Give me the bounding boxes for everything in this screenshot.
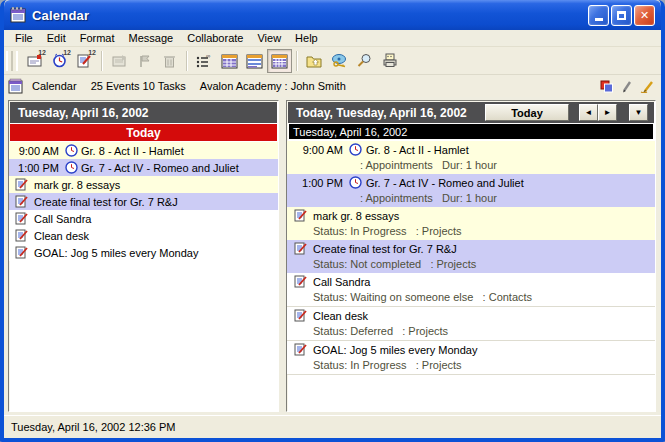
- event-detail: : Appointments Dur: 1 hour: [287, 191, 655, 207]
- event-row[interactable]: 1:00 PM Gr. 7 - Act IV - Romeo and Julie…: [287, 174, 655, 207]
- menu-view[interactable]: View: [250, 31, 288, 45]
- new-alarm-button[interactable]: 12: [47, 49, 72, 73]
- access-key-button[interactable]: [327, 49, 352, 73]
- event-title: Gr. 8 - Act II - Hamlet: [366, 144, 469, 156]
- date-bar: Tuesday, April 16, 2002: [289, 124, 653, 139]
- calendar-window: Calendar ✕ File Edit Format Message Coll…: [0, 0, 665, 442]
- day-summary-panel: Tuesday, April 16, 2002 Today 9:00 AM Gr…: [8, 100, 279, 412]
- task-icon: [294, 343, 307, 356]
- right-panel-header: Today, Tuesday, April 16, 2002 Today ◄ ►…: [288, 102, 654, 123]
- forward-icon: [112, 54, 128, 68]
- menu-collaborate[interactable]: Collaborate: [180, 31, 250, 45]
- day-detail-panel: Today, Tuesday, April 16, 2002 Today ◄ ►…: [286, 100, 656, 412]
- maximize-button[interactable]: [611, 5, 632, 26]
- new-event-icon: [27, 54, 43, 68]
- print-button[interactable]: [377, 49, 402, 73]
- task-row[interactable]: GOAL: Jog 5 miles every Monday: [9, 244, 278, 261]
- date-dropdown-button[interactable]: ▼: [629, 104, 648, 121]
- menu-help[interactable]: Help: [288, 31, 325, 45]
- folder-up-button[interactable]: [302, 49, 327, 73]
- task-icon: [15, 195, 28, 208]
- toolbar-separator: [101, 51, 103, 71]
- task-row[interactable]: mark gr. 8 essays Status: In Progress : …: [287, 207, 655, 240]
- task-icon: [15, 178, 28, 191]
- event-title: Gr. 7 - Act IV - Romeo and Juliet: [366, 177, 524, 189]
- task-title: mark gr. 8 essays: [313, 210, 399, 222]
- info-bar: Calendar 25 Events 10 Tasks Avalon Acade…: [4, 75, 661, 97]
- menu-file[interactable]: File: [8, 31, 40, 45]
- task-title: Clean desk: [313, 310, 368, 322]
- previous-day-button[interactable]: ◄: [579, 104, 598, 121]
- task-status: Status: Waiting on someone else : Contac…: [287, 290, 655, 306]
- task-row[interactable]: Call Sandra: [9, 210, 278, 227]
- task-row[interactable]: GOAL: Jog 5 miles every Monday Status: I…: [287, 341, 655, 375]
- task-title: Create final test for Gr. 7 R&J: [34, 196, 178, 208]
- forward-button[interactable]: [107, 49, 132, 73]
- close-button[interactable]: ✕: [634, 5, 655, 26]
- menu-edit[interactable]: Edit: [40, 31, 73, 45]
- next-day-button[interactable]: ►: [598, 104, 617, 121]
- task-title: Call Sandra: [313, 276, 370, 288]
- task-row[interactable]: mark gr. 8 essays: [9, 176, 278, 193]
- delete-button[interactable]: [157, 49, 182, 73]
- left-panel-header: Tuesday, April 16, 2002: [10, 102, 277, 123]
- new-badge: 12: [63, 49, 71, 56]
- window-title: Calendar: [32, 8, 586, 23]
- month-view-icon: [271, 53, 288, 69]
- task-icon: [15, 229, 28, 242]
- event-title: Gr. 8 - Act II - Hamlet: [81, 145, 184, 157]
- search-button[interactable]: [352, 49, 377, 73]
- folder-up-icon: [306, 54, 323, 68]
- proxy-squares-icon[interactable]: [600, 80, 614, 93]
- month-view-button[interactable]: [267, 49, 292, 73]
- task-title: GOAL: Jog 5 miles every Monday: [313, 344, 477, 356]
- menu-message[interactable]: Message: [122, 31, 181, 45]
- trash-icon: [163, 54, 176, 68]
- new-task-button[interactable]: 12: [72, 49, 97, 73]
- calendar-app-icon: [10, 7, 27, 23]
- clock-icon: [65, 161, 78, 174]
- flag-button[interactable]: [132, 49, 157, 73]
- task-status: Status: Not completed : Projects: [287, 257, 655, 273]
- event-detail: : Appointments Dur: 1 hour: [287, 158, 655, 174]
- task-title: mark gr. 8 essays: [34, 179, 120, 191]
- minimize-button[interactable]: [588, 5, 609, 26]
- task-row[interactable]: Clean desk Status: Deferred : Projects: [287, 307, 655, 341]
- task-row[interactable]: Create final test for Gr. 7 R&J Status: …: [287, 240, 655, 273]
- task-row[interactable]: Call Sandra Status: Waiting on someone e…: [287, 273, 655, 307]
- edit-pencil-icon[interactable]: [621, 80, 633, 93]
- task-row[interactable]: Clean desk: [9, 227, 278, 244]
- new-badge: 12: [88, 49, 96, 56]
- signature-pen-icon[interactable]: [640, 80, 655, 93]
- task-title: Call Sandra: [34, 213, 91, 225]
- toolbar-separator: [296, 51, 298, 71]
- event-time: 9:00 AM: [287, 144, 343, 156]
- clock-icon: [65, 144, 78, 157]
- today-button[interactable]: Today: [485, 104, 569, 121]
- new-event-button[interactable]: 12: [22, 49, 47, 73]
- event-row[interactable]: 9:00 AM Gr. 8 - Act II - Hamlet: [9, 142, 278, 159]
- week-view-button[interactable]: [242, 49, 267, 73]
- toolbar-grip-2: [16, 51, 19, 71]
- toolbar: 12 12 12: [4, 47, 661, 75]
- toolbar-grip[interactable]: [6, 51, 13, 71]
- view-label: Calendar: [32, 80, 77, 92]
- menu-format[interactable]: Format: [73, 31, 122, 45]
- task-status: Status: Deferred : Projects: [287, 324, 655, 340]
- account-label: Avalon Academy : John Smith: [200, 80, 346, 92]
- event-time: 1:00 PM: [9, 162, 59, 174]
- event-row[interactable]: 9:00 AM Gr. 8 - Act II - Hamlet : Appoin…: [287, 141, 655, 174]
- new-badge: 12: [38, 49, 46, 56]
- task-row[interactable]: Create final test for Gr. 7 R&J: [9, 193, 278, 210]
- list-view-button[interactable]: ∞: [192, 49, 217, 73]
- task-status: Status: In Progress : Projects: [287, 224, 655, 240]
- status-bar: Tuesday, April 16, 2002 12:36 PM: [4, 415, 661, 438]
- task-title: Create final test for Gr. 7 R&J: [313, 243, 457, 255]
- task-title: Clean desk: [34, 230, 89, 242]
- access-key-icon: [331, 53, 348, 68]
- day-view-button[interactable]: [217, 49, 242, 73]
- toolbar-separator: [186, 51, 188, 71]
- today-banner[interactable]: Today: [10, 124, 277, 141]
- event-row[interactable]: 1:00 PM Gr. 7 - Act IV - Romeo and Julie…: [9, 159, 278, 176]
- task-icon: [294, 242, 307, 255]
